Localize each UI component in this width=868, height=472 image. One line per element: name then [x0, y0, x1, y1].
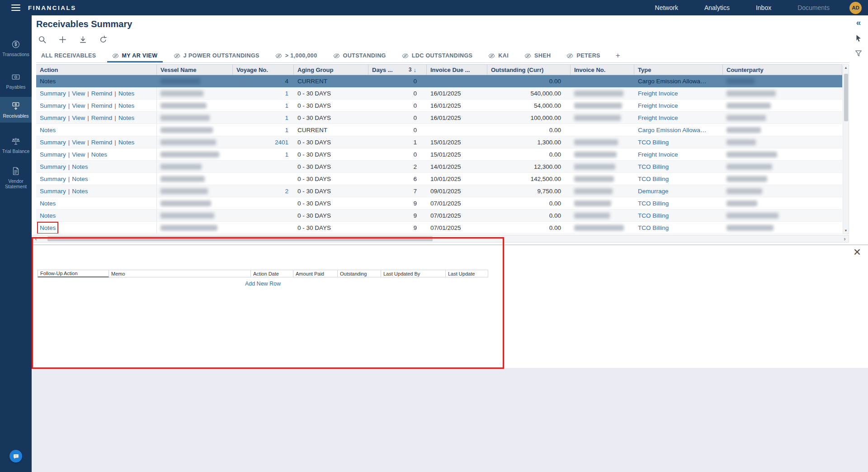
- download-icon[interactable]: [79, 35, 87, 44]
- invoice-type-link[interactable]: TCO Billing: [638, 176, 669, 182]
- action-link-notes[interactable]: Notes: [40, 127, 56, 133]
- avatar[interactable]: AD: [849, 2, 862, 14]
- action-link-notes[interactable]: Notes: [40, 200, 56, 207]
- scroll-right-icon[interactable]: ›: [841, 235, 849, 242]
- action-link-notes[interactable]: Notes: [72, 163, 88, 170]
- table-row[interactable]: Summary|Notes0 - 30 DAYS214/01/202512,30…: [36, 161, 842, 173]
- action-link-remind[interactable]: Remind: [91, 102, 113, 109]
- collapse-panel-icon[interactable]: «: [856, 18, 861, 27]
- topnav-inbox[interactable]: Inbox: [756, 4, 771, 11]
- invoice-type-link[interactable]: Demurrage: [638, 188, 669, 195]
- action-link-notes[interactable]: Notes: [91, 151, 107, 158]
- voyage-link[interactable]: 1: [285, 102, 288, 109]
- table-row[interactable]: Notes4CURRENT00.00Cargo Emission Allowa…: [36, 75, 842, 87]
- column-header-action[interactable]: Action: [36, 65, 157, 75]
- scroll-down-icon[interactable]: ▼: [844, 228, 847, 234]
- horizontal-scrollbar[interactable]: ‹ ›: [32, 235, 849, 243]
- notes-column-header-last-update[interactable]: Last Update: [446, 270, 488, 277]
- topnav-documents[interactable]: Documents: [797, 4, 830, 11]
- tab-my-ar-view[interactable]: MY AR VIEW: [107, 49, 163, 62]
- table-row[interactable]: Summary|View|Remind|Notes10 - 30 DAYS016…: [36, 87, 842, 100]
- notes-column-header-outstanding[interactable]: Outstanding: [338, 270, 381, 277]
- action-link-notes[interactable]: Notes: [118, 114, 134, 121]
- invoice-type-link[interactable]: Freight Invoice: [638, 102, 678, 109]
- table-row[interactable]: Notes0 - 30 DAYS907/01/20250.00TCO Billi…: [36, 222, 842, 234]
- voyage-link[interactable]: 4: [285, 78, 288, 85]
- tab-sheh[interactable]: SHEH: [519, 49, 556, 62]
- action-link-view[interactable]: View: [72, 114, 85, 121]
- voyage-link[interactable]: 1: [285, 127, 288, 133]
- sidebar-item-transactions[interactable]: Transactions: [0, 35, 32, 61]
- notes-column-header-last-updated-by[interactable]: Last Updated By: [381, 270, 446, 277]
- action-link-summary[interactable]: Summary: [40, 163, 66, 170]
- table-row[interactable]: Summary|Notes0 - 30 DAYS610/01/2025142,5…: [36, 173, 842, 185]
- invoice-type-link[interactable]: Freight Invoice: [638, 114, 678, 121]
- voyage-link[interactable]: 1: [285, 90, 288, 97]
- action-link-view[interactable]: View: [72, 102, 85, 109]
- action-link-summary[interactable]: Summary: [40, 188, 66, 195]
- horizontal-scroll-track[interactable]: [40, 235, 841, 242]
- invoice-type-link[interactable]: Cargo Emission Allowa…: [638, 127, 707, 133]
- invoice-type-link[interactable]: Freight Invoice: [638, 90, 678, 97]
- action-link-notes[interactable]: Notes: [118, 102, 134, 109]
- action-link-summary[interactable]: Summary: [40, 139, 66, 146]
- table-row[interactable]: Notes0 - 30 DAYS907/01/20250.00TCO Billi…: [36, 197, 842, 210]
- action-link-notes[interactable]: Notes: [40, 78, 56, 85]
- table-row[interactable]: Summary|View|Remind|Notes10 - 30 DAYS016…: [36, 100, 842, 112]
- action-link-view[interactable]: View: [72, 90, 85, 97]
- tab-peters[interactable]: PETERS: [561, 49, 605, 62]
- sidebar-item-payables[interactable]: Payables: [0, 68, 32, 94]
- column-header-type[interactable]: Type: [634, 65, 723, 75]
- add-icon[interactable]: [58, 35, 67, 44]
- action-link-notes[interactable]: Notes: [40, 224, 56, 231]
- column-header-outstanding-curr[interactable]: Outstanding (Curr): [487, 65, 571, 75]
- notes-column-header-memo[interactable]: Memo: [109, 270, 251, 277]
- tab-all-receivables[interactable]: ALL RECEIVABLES: [36, 49, 101, 62]
- column-header-vessel-name[interactable]: Vessel Name: [157, 65, 233, 75]
- action-link-notes[interactable]: Notes: [118, 139, 134, 146]
- table-row[interactable]: Notes1CURRENT00.00Cargo Emission Allowa…: [36, 124, 842, 136]
- sidebar-item-trial-balance[interactable]: Trial Balance: [0, 132, 32, 158]
- tab-ldc-outstandings[interactable]: LDC OUTSTANDINGS: [397, 49, 478, 62]
- horizontal-scroll-thumb[interactable]: [47, 236, 433, 241]
- search-icon[interactable]: [38, 35, 47, 44]
- table-row[interactable]: Summary|View|Remind|Notes10 - 30 DAYS016…: [36, 112, 842, 124]
- action-link-view[interactable]: View: [72, 151, 85, 158]
- tab-1-000-000[interactable]: > 1,000,000: [270, 49, 322, 62]
- table-row[interactable]: Summary|View|Notes10 - 30 DAYS015/01/202…: [36, 148, 842, 161]
- action-link-summary[interactable]: Summary: [40, 151, 66, 158]
- scroll-left-icon[interactable]: ‹: [32, 235, 40, 242]
- vertical-scroll-thumb[interactable]: [844, 74, 848, 121]
- topnav-network[interactable]: Network: [655, 4, 678, 11]
- reset-icon[interactable]: [99, 35, 108, 44]
- column-header-voyage-no[interactable]: Voyage No.: [233, 65, 294, 75]
- tab-j-power-outstandings[interactable]: J POWER OUTSTANDINGS: [169, 49, 264, 62]
- invoice-type-link[interactable]: TCO Billing: [638, 212, 669, 219]
- voyage-link[interactable]: 1: [285, 114, 288, 121]
- column-header-days[interactable]: Days ...3↓: [368, 65, 427, 75]
- scroll-up-icon[interactable]: ▲: [844, 65, 847, 71]
- sidebar-item-vendor-statement[interactable]: Vendor Statement: [0, 162, 32, 193]
- action-link-remind[interactable]: Remind: [91, 114, 113, 121]
- add-view-tab-button[interactable]: +: [611, 49, 625, 62]
- invoice-type-link[interactable]: Cargo Emission Allowa…: [638, 78, 707, 85]
- column-header-counterparty[interactable]: Counterparty: [723, 65, 842, 75]
- action-link-summary[interactable]: Summary: [40, 176, 66, 182]
- action-link-notes[interactable]: Notes: [118, 90, 134, 97]
- add-new-row-link[interactable]: Add New Row: [38, 281, 488, 287]
- invoice-type-link[interactable]: TCO Billing: [638, 224, 669, 231]
- voyage-link[interactable]: 2401: [275, 139, 288, 146]
- chat-bubble-button[interactable]: [9, 450, 22, 462]
- column-header-invoice-no[interactable]: Invoice No.: [571, 65, 634, 75]
- tab-kai[interactable]: KAI: [483, 49, 514, 62]
- column-header-aging-group[interactable]: Aging Group: [294, 65, 368, 75]
- action-link-summary[interactable]: Summary: [40, 102, 66, 109]
- notes-column-header-action-date[interactable]: Action Date: [251, 270, 293, 277]
- filter-icon[interactable]: [854, 49, 863, 57]
- invoice-type-link[interactable]: TCO Billing: [638, 200, 669, 207]
- action-link-notes[interactable]: Notes: [72, 176, 88, 182]
- invoice-type-link[interactable]: Freight Invoice: [638, 151, 678, 158]
- voyage-link[interactable]: 1: [285, 151, 288, 158]
- sidebar-item-receivables[interactable]: Receivables: [0, 97, 32, 123]
- column-header-invoice-due[interactable]: Invoice Due ...: [427, 65, 487, 75]
